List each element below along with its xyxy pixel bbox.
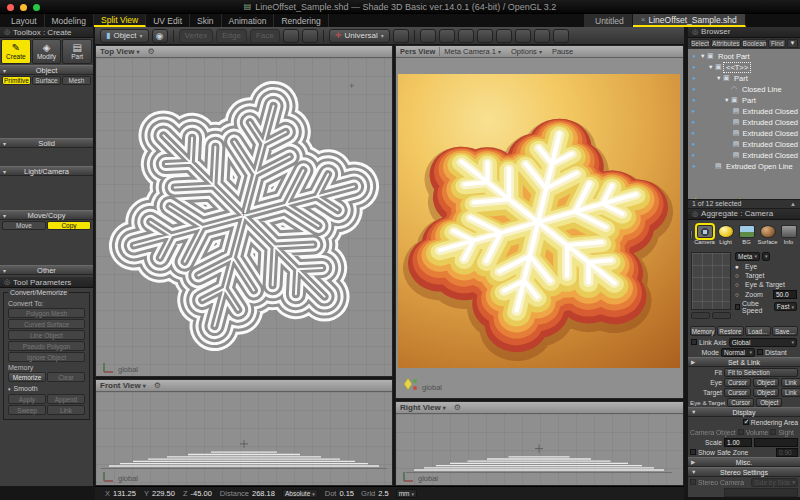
document-tab[interactable]: Untitled [584,14,633,27]
cube-speed-checkbox[interactable] [735,304,740,310]
collapse-icon[interactable]: ▲ [790,201,796,207]
tree-row[interactable]: ● ◠ Closed Line [688,84,800,95]
move-copy-tab[interactable]: Move [2,221,46,230]
torus-tool-icon[interactable] [46,121,68,137]
stereo-mode-dropdown[interactable]: Side by Side▾ [751,478,798,487]
front-viewport-canvas[interactable]: global [96,392,392,485]
visibility-dot-icon[interactable]: ● [688,130,699,136]
close-button[interactable] [7,4,14,11]
viewport-title[interactable]: Front View [100,381,141,390]
meta-sub-dropdown[interactable]: ▾ [762,252,771,261]
move-copy-tab[interactable]: Copy [47,221,91,230]
vertex-mode-button[interactable]: Vertex [179,29,214,43]
browser-tab[interactable]: Select [690,39,710,48]
table-view-icon[interactable] [534,29,550,43]
unit-dropdown[interactable]: mm▾ [396,489,417,498]
memory-button[interactable]: Clear [47,372,85,382]
spot-light-icon[interactable] [24,177,46,193]
ambient-light-icon[interactable] [2,193,24,209]
top-viewport-canvas[interactable]: + + global [96,58,392,376]
right-viewport-canvas[interactable]: global [396,414,683,485]
target-link-button[interactable]: Link [781,388,800,397]
target-cursor-button[interactable]: Cursor [724,388,751,397]
tree-row[interactable]: ● ▤ Extruded Closed [688,117,800,128]
smooth-button[interactable]: Append [47,394,85,404]
part-mode-button[interactable]: ▤ Part [62,39,92,64]
zoom-button[interactable] [33,4,40,11]
box-tool-icon[interactable] [68,121,90,137]
sphere-view-icon[interactable] [420,29,436,43]
array-copy-icon[interactable] [68,232,90,248]
edge-mode-button[interactable]: Edge [216,29,247,43]
marquee-select-icon[interactable] [283,29,299,43]
rotate-view-icon[interactable] [302,29,318,43]
minimize-button[interactable] [20,4,27,11]
rendering-area-checkbox[interactable] [743,419,749,425]
eye-target-cursor-button[interactable]: Cursor [727,398,754,407]
volume-checkbox[interactable] [738,429,744,435]
viewport-settings-icon[interactable]: ⚙ [147,47,154,56]
visibility-dot-icon[interactable]: ● [688,108,699,114]
radio-icon[interactable]: ○ [735,291,743,298]
convert-button[interactable]: Line Object [8,330,85,340]
safe-zone-field[interactable]: 0.90 [776,448,798,457]
camera-memory-button[interactable]: Memory [690,326,716,336]
cone-tool-icon[interactable] [46,105,68,121]
translate-copy-icon[interactable] [2,232,24,248]
tree-row[interactable]: ● ▼ ▣ <<T>> [688,62,800,73]
convert-button[interactable]: Polygon Mesh [8,308,85,318]
viewport-settings-icon[interactable]: ⚙ [454,403,461,412]
circle-tool-icon[interactable] [68,87,90,103]
tree-row[interactable]: ● ▼ ▣ Root Part [688,51,800,62]
mirror-copy-icon[interactable] [46,232,68,248]
point-light-icon[interactable] [2,177,24,193]
cylinder-tool-icon[interactable] [2,121,24,137]
camera-radio-row[interactable]: ○ Eye & Target [735,280,797,289]
safe-zone-checkbox[interactable] [690,449,696,455]
browser-tab[interactable]: Boolean [742,39,768,48]
polyline-tool-icon[interactable] [2,87,24,103]
convert-button[interactable]: Curved Surface [8,319,85,329]
visibility-dot-icon[interactable]: ● [688,141,699,147]
workspace-tab[interactable]: Modeling [45,14,95,27]
visibility-dot-icon[interactable]: ● [688,97,700,103]
camera-radio-row[interactable]: ○ Target [735,271,797,280]
stereo-extra-field[interactable] [724,488,798,497]
sight-checkbox[interactable] [770,429,776,435]
monitor-view-icon[interactable] [496,29,512,43]
viewport-title[interactable]: Right View [400,403,441,412]
eye-object-button[interactable]: Object [753,378,779,387]
light-tab[interactable]: Light [716,225,735,245]
workspace-tab[interactable]: Skin [190,14,222,27]
tree-row[interactable]: ● ▼ ▣ Part [688,73,800,84]
pause-button[interactable]: Pause [552,47,573,56]
camera-tab[interactable]: Camera [695,225,714,245]
workspace-tab[interactable]: Rendering [274,14,328,27]
radio-icon[interactable]: ○ [735,281,743,288]
half-cylinder-tool-icon[interactable] [24,121,46,137]
universal-manipulator-button[interactable]: ✛ Universal▾ [329,29,390,43]
face-mode-button[interactable]: Face [250,29,280,43]
workspace-tab[interactable]: Layout [4,14,45,27]
document-tab[interactable]: × LineOffset_Sample.shd [633,14,746,27]
coordinate-mode-dropdown[interactable]: Absolute▾ [282,489,318,498]
grid-snap-icon[interactable] [477,29,493,43]
scale-extra-field[interactable] [754,438,798,447]
fit-to-selection-button[interactable]: Fit to Selection [724,368,798,377]
material-sphere-icon[interactable] [553,29,569,43]
eye-target-object-button[interactable]: Object [756,398,782,407]
expand-triangle-icon[interactable]: ▼ [700,53,707,59]
quad-copy-icon[interactable] [24,248,46,264]
tree-row[interactable]: ● ▼ ▣ Part [688,95,800,106]
eye-link-button[interactable]: Link [781,378,800,387]
misc-section[interactable]: ▶ Misc. [688,457,800,467]
camera-trackpad[interactable] [691,252,731,310]
area-light-icon[interactable] [68,177,90,193]
viewport-title[interactable]: Pers View [400,47,435,56]
tree-row[interactable]: ● ▤ Extruded Closed [688,106,800,117]
pers-viewport-canvas[interactable]: global [396,58,683,398]
union-tool-icon[interactable] [2,149,24,165]
meta-dropdown[interactable]: Meta▾ [735,252,760,261]
stereo-section[interactable]: ▼ Stereo Settings [688,467,800,477]
distant-checkbox[interactable] [757,349,763,355]
